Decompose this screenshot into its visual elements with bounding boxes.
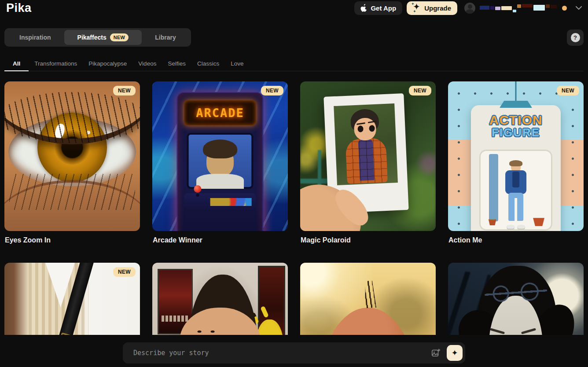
figure-jeans <box>508 193 524 221</box>
action-me-thumbnail[interactable]: ACTION FIGURE NEW <box>448 81 584 231</box>
user-redacted-block <box>551 5 557 8</box>
card-action-me[interactable]: ACTION FIGURE NEW Action Me <box>448 81 584 263</box>
filter-all[interactable]: All <box>4 56 29 71</box>
upgrade-button[interactable]: ✦ + + Upgrade <box>407 1 457 15</box>
story-composer[interactable]: ✦ <box>123 342 465 363</box>
polaroid-photo <box>333 103 397 185</box>
generate-button[interactable]: ✦ <box>447 345 463 361</box>
sparkle-plus-bottom: + <box>413 9 415 14</box>
figure-jacket <box>505 170 527 194</box>
question-mark-icon: ? <box>571 33 580 42</box>
card-title: Action Me <box>448 236 583 245</box>
card-magic-polaroid[interactable]: NEW Magic Polaroid <box>300 81 436 263</box>
tab-library-label: Library <box>155 34 176 41</box>
get-app-label: Get App <box>371 4 396 12</box>
get-app-button[interactable]: Get App <box>354 1 402 15</box>
user-redacted-block <box>522 4 533 7</box>
pack-title: ACTION FIGURE <box>471 114 560 139</box>
arcade-cabinet: ARCADE <box>176 92 263 231</box>
arcade-player-face <box>206 147 234 176</box>
filter-pikapocalypse[interactable]: Pikapocalypse <box>83 56 132 71</box>
sparkle-submit-icon: ✦ <box>451 348 458 358</box>
tab-pikaffects-label: Pikaffects <box>77 34 107 41</box>
image-plus-icon <box>431 348 441 358</box>
user-avatar[interactable] <box>464 3 475 14</box>
glasses-icon <box>484 279 548 307</box>
pegboard-hanger <box>515 81 517 103</box>
apple-icon <box>360 4 367 12</box>
effects-grid: NEW Eyes Zoom In ARCADE NEW Arcade Winne… <box>4 81 584 367</box>
status-dot <box>562 6 567 11</box>
nav-row: Inspiration Pikaffects NEW Library ? <box>4 28 584 47</box>
filter-tabs: All Transformations Pikapocalypse Videos… <box>4 56 584 71</box>
filter-love[interactable]: Love <box>225 56 249 71</box>
card-title: Arcade Winner <box>153 236 287 245</box>
card-arcade-winner[interactable]: ARCADE NEW Arcade Winner <box>152 81 288 263</box>
blister-pack: ACTION FIGURE <box>471 105 560 231</box>
tab-library[interactable]: Library <box>142 30 189 45</box>
magic-polaroid-thumbnail[interactable]: NEW <box>300 81 436 231</box>
eyes-zoom-in-thumbnail[interactable]: NEW <box>4 81 140 231</box>
mini-plant <box>488 217 497 225</box>
pack-bubble <box>479 150 553 231</box>
figure-shoes <box>507 225 524 231</box>
arcade-screen <box>187 133 254 189</box>
upgrade-label: Upgrade <box>424 4 451 12</box>
filter-transformations[interactable]: Transformations <box>29 56 83 71</box>
new-badge: NEW <box>113 86 136 95</box>
user-redacted-block <box>546 4 550 8</box>
action-figure <box>503 162 529 226</box>
sparkle-icon: ✦ + + <box>413 4 421 12</box>
user-redacted-block <box>533 5 545 11</box>
top-bar-right: Get App ✦ + + Upgrade <box>354 1 582 15</box>
tab-pikaffects[interactable]: Pikaffects NEW <box>64 30 142 45</box>
top-bar: Pika Get App ✦ + + Upgrade <box>0 0 588 16</box>
story-input[interactable] <box>133 349 428 357</box>
user-redacted-block <box>517 4 521 8</box>
chevron-down-icon[interactable] <box>576 6 582 10</box>
card-title: Magic Polaroid <box>301 236 435 245</box>
user-redacted-block <box>495 7 500 10</box>
arcade-winner-thumbnail[interactable]: ARCADE NEW <box>152 81 288 231</box>
figurine-face <box>353 117 376 141</box>
filter-videos[interactable]: Videos <box>132 56 162 71</box>
user-redacted-block <box>490 6 494 10</box>
new-badge: NEW <box>113 267 136 277</box>
help-button[interactable]: ? <box>567 29 584 46</box>
new-badge: NEW <box>409 86 431 95</box>
tab-inspiration-label: Inspiration <box>19 34 51 41</box>
add-image-button[interactable] <box>428 345 443 360</box>
pika-logo[interactable]: Pika <box>6 0 32 16</box>
footer-bar: ✦ <box>0 335 588 367</box>
pack-title-line2: FIGURE <box>471 127 560 139</box>
user-redacted-block <box>501 6 512 10</box>
arcade-marquee: ARCADE <box>184 100 256 125</box>
eye-lower-lid <box>4 180 140 231</box>
new-badge: NEW <box>261 86 283 95</box>
filter-selfies[interactable]: Selfies <box>162 56 191 71</box>
card-title: Eyes Zoom In <box>5 236 140 245</box>
segmented-control: Inspiration Pikaffects NEW Library <box>4 28 191 47</box>
arcade-marquee-text: ARCADE <box>196 106 244 120</box>
card-eyes-zoom-in[interactable]: NEW Eyes Zoom In <box>4 81 140 263</box>
sparkle-plus-top: + <box>412 2 414 6</box>
pack-title-line1: ACTION <box>471 114 560 127</box>
new-badge: NEW <box>110 33 129 41</box>
user-redacted-block <box>513 10 516 12</box>
user-redacted-name <box>480 3 557 13</box>
new-badge: NEW <box>557 86 579 95</box>
user-redacted-block <box>480 6 489 10</box>
figurine-jacket <box>345 138 387 184</box>
arcade-control-panel <box>184 193 256 211</box>
tab-inspiration[interactable]: Inspiration <box>6 30 64 45</box>
filter-classics[interactable]: Classics <box>191 56 225 71</box>
